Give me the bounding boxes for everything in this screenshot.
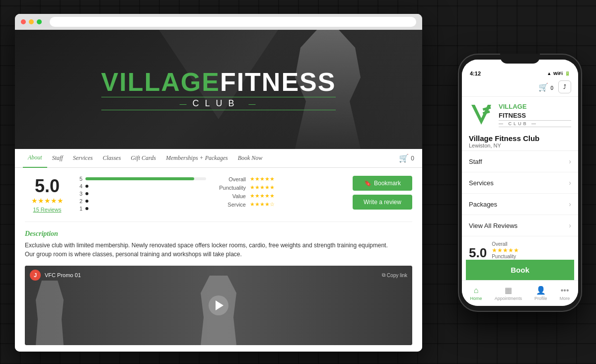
phone-logo-text-area: VILLAGE FITNESS — CLUB — xyxy=(499,102,571,127)
nav-item-services[interactable]: Services xyxy=(68,149,98,168)
phone-menu-reviews-label: View All Reviews xyxy=(469,222,518,229)
content-area: 5.0 ★★★★★ 15 Reviews 5 4 3 2 xyxy=(15,168,422,352)
phone-nav-more[interactable]: ••• More xyxy=(556,284,574,303)
nav-item-memberships[interactable]: Memberships + Packages xyxy=(161,149,233,168)
rating-details: Overall ★★★★★ Punctuality ★★★★★ Value ★★… xyxy=(216,176,343,210)
phone-menu-services[interactable]: Services › xyxy=(462,172,578,194)
logo-village: VILLAGE xyxy=(101,68,220,96)
logo-dash-right: — xyxy=(248,100,257,108)
logo-dash-left: — xyxy=(180,100,193,108)
browser-close-dot xyxy=(21,19,26,24)
phone-nav-home[interactable]: ⌂ Home xyxy=(466,284,486,303)
phone-business-info: Village Fitness Club Lewiston, NY xyxy=(462,131,578,151)
phone-logo-club: — CLUB — xyxy=(499,120,571,127)
phone-menu-staff-label: Staff xyxy=(469,158,482,165)
logo-fitness: FITNESS xyxy=(220,68,336,96)
phone-nav-more-label: More xyxy=(560,296,570,301)
browser-minimize-dot xyxy=(29,19,34,24)
nav-item-classes[interactable]: Classes xyxy=(98,149,126,168)
bar-row-3: 3 xyxy=(79,191,206,197)
detail-punctuality: Punctuality ★★★★★ xyxy=(216,184,343,191)
video-title-bar: J VFC Promo 01 ⧉ Copy link xyxy=(25,270,412,281)
play-icon xyxy=(216,300,224,310)
browser-url-bar xyxy=(50,17,416,27)
phone-time: 4:12 xyxy=(470,71,481,76)
nav-item-about[interactable]: About xyxy=(23,149,47,168)
phone-business-location: Lewiston, NY xyxy=(469,143,571,148)
phone-business-name: Village Fitness Club xyxy=(469,134,571,143)
phone-nav-profile[interactable]: 👤 Profile xyxy=(530,284,551,303)
phone-book-button[interactable]: Book xyxy=(466,260,574,280)
phone-nav-appointments[interactable]: ▦ Appointments xyxy=(491,284,526,303)
browser-bar xyxy=(15,14,422,30)
phone-notch xyxy=(500,54,540,64)
detail-value: Value ★★★★★ xyxy=(216,193,343,199)
video-title: VFC Promo 01 xyxy=(45,272,81,278)
rating-section: 5.0 ★★★★★ 15 Reviews 5 4 3 2 xyxy=(25,176,412,222)
detail-service: Service ★★★★☆ xyxy=(216,201,343,208)
phone-logo-area: VILLAGE FITNESS — CLUB — xyxy=(462,97,578,131)
description-text: Exclusive club with limited membership. … xyxy=(25,241,412,259)
copy-icon: ⧉ xyxy=(382,272,385,278)
hero-section: VILLAGEFITNESS — CLUB — xyxy=(15,30,422,149)
phone-menu-services-label: Services xyxy=(469,179,494,187)
phone-bottom-nav: ⌂ Home ▦ Appointments 👤 Profile ••• More xyxy=(462,280,578,306)
play-button[interactable] xyxy=(209,295,228,315)
phone-menu-packages[interactable]: Packages › xyxy=(462,194,578,215)
nav-bar: About Staff Services Classes Gift Cards … xyxy=(15,149,422,168)
detail-overall: Overall ★★★★★ xyxy=(216,176,343,182)
nav-item-staff[interactable]: Staff xyxy=(47,149,68,168)
phone-menu-staff[interactable]: Staff › xyxy=(462,151,578,172)
rating-number: 5.0 xyxy=(25,176,70,197)
phone-punctuality-label: Punctuality xyxy=(492,254,519,259)
logo-club: — CLUB — xyxy=(101,97,336,110)
phone-logo-v xyxy=(469,102,494,127)
desktop-mockup: VILLAGEFITNESS — CLUB — About Staff Serv… xyxy=(15,14,422,352)
phone-mockup: 4:12 ▲ WiFi 🔋 🛒 0 ⤴ xyxy=(458,54,582,312)
phone-overall-stars: ★★★★★ xyxy=(492,247,519,254)
appointments-icon: ▦ xyxy=(505,286,512,295)
phone-cart-icon[interactable]: 🛒 0 xyxy=(538,82,553,92)
phone-status-icons: ▲ WiFi 🔋 xyxy=(547,71,570,76)
wifi-icon: WiFi xyxy=(553,71,563,76)
bookmark-icon: 🔖 xyxy=(364,180,372,187)
rating-big: 5.0 ★★★★★ 15 Reviews xyxy=(25,176,70,214)
signal-icon: ▲ xyxy=(547,71,551,76)
hero-logo: VILLAGEFITNESS — CLUB — xyxy=(101,69,336,110)
phone-overall-label: Overall xyxy=(492,241,519,247)
copy-link-button[interactable]: ⧉ Copy link xyxy=(382,272,407,278)
nav-item-gift-cards[interactable]: Gift Cards xyxy=(126,149,161,168)
phone-screen: 4:12 ▲ WiFi 🔋 🛒 0 ⤴ xyxy=(462,60,578,306)
hero-logo-text: VILLAGEFITNESS xyxy=(101,69,336,95)
phone-logo-fitness: FITNESS xyxy=(499,111,571,120)
nav-item-book-now[interactable]: Book Now xyxy=(233,149,268,168)
phone-logo-village: VILLAGE xyxy=(499,102,571,111)
chevron-right-icon: › xyxy=(569,200,571,208)
rating-bars: 5 4 3 2 1 xyxy=(79,176,206,213)
phone-rating-score: 5.0 xyxy=(469,245,487,261)
bookmark-button[interactable]: 🔖 Bookmark xyxy=(353,176,412,191)
phone-nav-home-label: Home xyxy=(470,296,482,301)
profile-icon: 👤 xyxy=(536,286,546,295)
rating-actions: 🔖 Bookmark Write a review xyxy=(353,176,412,210)
bar-row-1: 1 xyxy=(79,206,206,212)
phone-nav-profile-label: Profile xyxy=(534,296,547,301)
browser-maximize-dot xyxy=(37,19,42,24)
phone-menu-packages-label: Packages xyxy=(469,201,497,208)
description-section: Description Exclusive club with limited … xyxy=(25,230,412,259)
phone-menu-reviews[interactable]: View All Reviews › xyxy=(462,215,578,236)
reviews-link[interactable]: 15 Reviews xyxy=(33,207,62,213)
chevron-right-icon: › xyxy=(569,157,571,165)
description-title: Description xyxy=(25,230,412,238)
video-container[interactable]: J VFC Promo 01 ⧉ Copy link xyxy=(25,266,412,345)
chevron-right-icon: › xyxy=(569,179,571,187)
vfc-logo-svg xyxy=(469,102,494,127)
logo-club-text: CLUB xyxy=(192,98,240,108)
phone-share-button[interactable]: ⤴ xyxy=(558,80,571,93)
home-icon: ⌂ xyxy=(474,286,479,295)
cart-count: 0 xyxy=(411,155,414,162)
rating-stars: ★★★★★ xyxy=(25,197,70,205)
chevron-right-icon: › xyxy=(569,221,571,229)
phone-cart-count: 0 xyxy=(550,85,553,91)
write-review-button[interactable]: Write a review xyxy=(353,195,412,210)
